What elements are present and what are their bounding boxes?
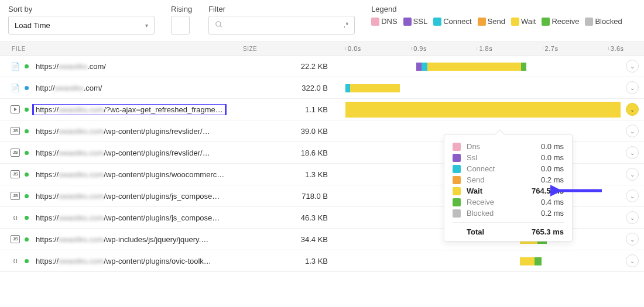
chevron-down-icon: ⌄ <box>630 63 635 70</box>
size-value: 46.3 KB <box>243 213 345 222</box>
url-text: https://swastiks.com/wp-content/plugins/… <box>33 212 222 223</box>
filter-input-wrap[interactable]: .* <box>208 16 355 35</box>
swatch-icon <box>453 143 461 151</box>
timing-segment <box>427 63 521 71</box>
filter-control: Filter .* <box>208 5 355 35</box>
file-type-icon <box>11 235 20 243</box>
status-dot <box>25 194 29 198</box>
url-text: https://swastiks.com/wp-content/plugins/… <box>33 126 213 137</box>
tooltip-row: Blocked0.2 ms <box>453 208 564 219</box>
swatch-icon <box>453 165 461 173</box>
url-text: https://swastiks.com/?wc-ajax=get_refres… <box>33 104 225 115</box>
time-tick: 0.9s <box>411 42 427 55</box>
legend-item-ssl: SSL <box>403 17 428 26</box>
rising-label: Rising <box>171 5 192 13</box>
file-type-icon <box>11 192 20 200</box>
tooltip-value: 0.2 ms <box>541 175 564 184</box>
url-text: https://swastiks.com/wp-content/plugins/… <box>33 191 222 202</box>
tooltip-label: Receive <box>467 198 535 206</box>
expand-button[interactable]: ⌄ <box>626 211 639 224</box>
chevron-down-icon: ▾ <box>145 22 148 29</box>
size-value: 34.4 KB <box>243 235 345 244</box>
legend-item-wait: Wait <box>511 17 536 26</box>
swatch-dns <box>371 18 379 26</box>
tooltip-row: Dns0.0 ms <box>453 141 564 152</box>
chevron-down-icon: ⌄ <box>630 236 635 243</box>
expand-button[interactable]: ⌄ <box>626 81 639 94</box>
waterfall-cell <box>345 99 621 120</box>
timing-segment <box>521 63 526 71</box>
top-controls: Sort by Load Time ▾ Rising Filter .* Leg… <box>0 0 644 42</box>
file-type-icon <box>11 213 20 222</box>
status-dot <box>25 237 29 242</box>
legend-item-dns: DNS <box>371 17 397 26</box>
filter-input[interactable] <box>228 21 344 30</box>
annotation-arrow <box>550 184 603 197</box>
file-cell: https://swastiks.com/ <box>0 61 243 72</box>
waterfall-cell <box>345 56 621 77</box>
table-row[interactable]: https://swastiks.com/wp-content/plugins/… <box>0 250 644 272</box>
url-text: https://swastiks.com/wp-content/plugins/… <box>33 256 214 267</box>
file-type-icon <box>11 105 20 113</box>
tooltip-total-label: Total <box>467 227 526 236</box>
svg-line-1 <box>220 25 222 27</box>
legend-item-send: Send <box>478 17 505 26</box>
swatch-ssl <box>403 18 412 26</box>
timing-segment <box>345 84 350 92</box>
swatch-icon <box>453 209 461 218</box>
table-row[interactable]: https://swastiks.com/22.2 KB⌄ <box>0 56 644 77</box>
file-cell: https://swastiks.com/wp-content/plugins/… <box>0 191 243 202</box>
header-timeline: 0.0s0.9s1.8s2.7s3.6s <box>345 42 644 55</box>
legend: Legend DNSSSLConnectSendWaitReceiveBlock… <box>371 5 636 26</box>
file-type-icon <box>11 62 20 70</box>
size-value: 39.0 KB <box>243 127 345 136</box>
tooltip-label: Ssl <box>467 153 535 162</box>
status-dot <box>25 129 29 133</box>
legend-item-blocked: Blocked <box>585 17 622 26</box>
expand-button[interactable]: ⌄ <box>626 146 639 159</box>
chevron-down-icon: ⌄ <box>630 193 635 199</box>
file-cell: https://swastiks.com/wp-includes/js/jque… <box>0 234 243 245</box>
table-row[interactable]: https://swastiks.com/?wc-ajax=get_refres… <box>0 99 644 120</box>
chevron-down-icon: ⌄ <box>630 106 635 113</box>
expand-button[interactable]: ⌄ <box>626 254 639 267</box>
waterfall-cell <box>345 250 621 271</box>
tooltip-row: Connect0.0 ms <box>453 163 564 174</box>
table-row[interactable]: http://swastiks.com/322.0 B⌄ <box>0 77 644 99</box>
expand-button[interactable]: ⌄ <box>626 168 639 181</box>
regex-icon[interactable]: .* <box>344 21 348 29</box>
tooltip-value: 0.4 ms <box>541 198 564 206</box>
rising-checkbox[interactable] <box>171 16 190 35</box>
expand-button[interactable]: ⌄ <box>626 233 639 246</box>
tooltip-value: 0.0 ms <box>541 164 564 173</box>
tooltip-label: Wait <box>467 187 526 195</box>
swatch-icon <box>453 176 461 184</box>
file-cell: https://swastiks.com/wp-content/plugins/… <box>0 256 243 267</box>
header-size: SIZE <box>243 46 345 52</box>
expand-button[interactable]: ⌄ <box>626 103 639 116</box>
waterfall-cell <box>345 77 621 98</box>
tooltip-value: 0.0 ms <box>541 142 564 151</box>
expand-button[interactable]: ⌄ <box>626 189 639 202</box>
file-type-icon <box>11 149 20 157</box>
tooltip-row: Send0.2 ms <box>453 174 564 185</box>
legend-item-connect: Connect <box>433 17 471 26</box>
expand-button[interactable]: ⌄ <box>626 60 639 73</box>
swatch-connect <box>433 18 441 26</box>
file-cell: https://swastiks.com/wp-content/plugins/… <box>0 147 243 158</box>
file-type-icon <box>11 84 20 92</box>
file-type-icon <box>11 170 20 178</box>
status-dot <box>25 64 29 68</box>
sort-control: Sort by Load Time ▾ <box>8 5 155 35</box>
header-file: FILE <box>0 46 243 52</box>
table-header: FILE SIZE 0.0s0.9s1.8s2.7s3.6s <box>0 42 644 56</box>
chevron-down-icon: ⌄ <box>630 150 635 156</box>
sort-label: Sort by <box>8 5 155 13</box>
chevron-down-icon: ⌄ <box>630 215 635 221</box>
chevron-down-icon: ⌄ <box>630 171 635 178</box>
sort-select[interactable]: Load Time ▾ <box>8 16 155 35</box>
expand-button[interactable]: ⌄ <box>626 125 639 137</box>
legend-title: Legend <box>371 5 636 13</box>
size-value: 18.6 KB <box>243 149 345 157</box>
swatch-blocked <box>585 18 593 26</box>
